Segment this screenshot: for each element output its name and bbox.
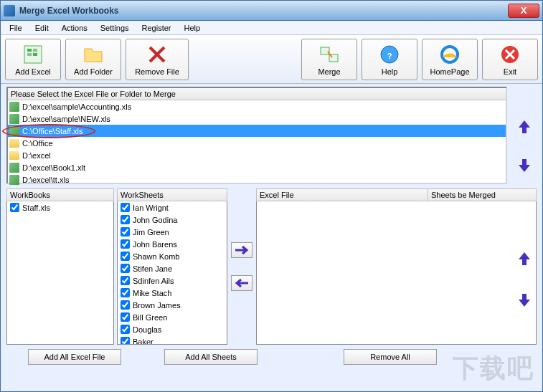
xls-icon: [9, 175, 19, 185]
file-row[interactable]: C:\Office\Staff.xls: [8, 125, 506, 137]
worksheet-label: Douglas: [133, 325, 161, 334]
worksheet-checkbox[interactable]: [121, 215, 130, 224]
worksheet-item[interactable]: Ian Wrignt: [118, 201, 227, 214]
worksheet-label: Jim Green: [133, 228, 169, 236]
workbooks-list[interactable]: Staff.xls: [6, 201, 114, 345]
close-button[interactable]: X: [508, 4, 539, 18]
exit-button[interactable]: Exit: [482, 39, 538, 80]
folder-icon: [82, 43, 105, 66]
add-excel-label: Add Excel: [15, 67, 51, 76]
result-header: Excel File Sheets be Merged: [256, 188, 537, 201]
menu-actions[interactable]: Actions: [56, 22, 93, 34]
add-arrow-button[interactable]: [231, 242, 252, 258]
window-title: Merge Excel Workbooks: [19, 6, 508, 16]
move-up-button[interactable]: [516, 118, 533, 135]
homepage-label: HomePage: [430, 67, 469, 76]
worksheet-checkbox[interactable]: [121, 227, 130, 236]
remove-icon: [146, 43, 169, 66]
file-row[interactable]: D:\excel\sample\Accounting.xls: [8, 100, 506, 113]
worksheet-item[interactable]: Stifen Jane: [118, 262, 227, 274]
menu-edit[interactable]: Edit: [29, 22, 55, 34]
folder-icon: [9, 139, 19, 148]
add-all-sheets-button[interactable]: Add All Sheets: [164, 349, 258, 365]
remove-arrow-button[interactable]: [231, 275, 252, 291]
worksheet-checkbox[interactable]: [121, 312, 130, 322]
menu-help[interactable]: Help: [179, 22, 207, 34]
file-path: C:\Office\Staff.xls: [22, 127, 83, 135]
homepage-button[interactable]: HomePage: [422, 39, 478, 80]
help-icon: ?: [378, 43, 401, 66]
file-row[interactable]: D:\excel\Book1.xlt: [8, 161, 506, 173]
help-button[interactable]: ? Help: [362, 39, 417, 80]
worksheet-item[interactable]: Sdinfen Ails: [118, 274, 227, 287]
svg-rect-4: [33, 53, 37, 56]
workbook-item[interactable]: Staff.xls: [7, 201, 113, 214]
worksheet-checkbox[interactable]: [121, 276, 130, 285]
transfer-arrows: [230, 188, 253, 345]
workbook-label: Staff.xls: [22, 204, 50, 212]
menubar: File Edit Actions Settings Register Help: [1, 21, 542, 35]
worksheets-header: WorkSheets: [117, 188, 227, 201]
worksheet-item[interactable]: Baker: [118, 335, 227, 345]
xls-icon: [9, 102, 19, 112]
file-row[interactable]: D:\excel\sample\NEW.xls: [8, 113, 506, 125]
worksheet-checkbox[interactable]: [121, 264, 130, 273]
worksheet-item[interactable]: John Godina: [118, 214, 227, 226]
worksheet-label: Ian Wrignt: [133, 204, 169, 212]
worksheet-checkbox[interactable]: [121, 300, 130, 310]
result-panel: Excel File Sheets be Merged: [256, 188, 537, 345]
worksheet-label: Baker: [133, 338, 154, 345]
move-down-button[interactable]: [516, 156, 533, 173]
ie-icon: [438, 43, 461, 66]
folder-icon: [9, 151, 19, 160]
menu-settings[interactable]: Settings: [95, 22, 135, 34]
worksheet-checkbox[interactable]: [121, 337, 130, 345]
exit-icon: [499, 43, 521, 66]
remove-file-label: Remove File: [135, 67, 179, 76]
worksheet-item[interactable]: Brown James: [118, 299, 227, 311]
help-label: Help: [382, 67, 398, 76]
worksheet-checkbox[interactable]: [121, 288, 130, 297]
remove-all-button[interactable]: Remove All: [344, 349, 437, 365]
worksheet-checkbox[interactable]: [121, 203, 130, 212]
file-path: D:\excel: [22, 151, 51, 160]
worksheets-list[interactable]: Ian WrigntJohn GodinaJim GreenJohn Baren…: [117, 201, 227, 345]
file-path: D:\excel\sample\NEW.xls: [22, 115, 110, 123]
result-move-up-button[interactable]: [516, 249, 533, 267]
menu-file[interactable]: File: [4, 22, 28, 34]
middle-row: WorkBooks Staff.xls WorkSheets Ian Wrign…: [6, 188, 537, 345]
worksheet-checkbox[interactable]: [121, 252, 130, 261]
worksheets-column: WorkSheets Ian WrigntJohn GodinaJim Gree…: [117, 188, 227, 345]
worksheet-checkbox[interactable]: [121, 239, 130, 249]
file-row[interactable]: C:\Office: [8, 137, 506, 149]
menu-register[interactable]: Register: [136, 22, 177, 34]
workbooks-header: WorkBooks: [6, 188, 114, 201]
svg-rect-2: [33, 49, 37, 52]
worksheet-item[interactable]: Douglas: [118, 323, 227, 335]
add-all-excel-button[interactable]: Add All Excel File: [28, 349, 121, 365]
titlebar: Merge Excel Workbooks X: [1, 1, 542, 21]
worksheet-item[interactable]: Bill Green: [118, 311, 227, 323]
merge-button[interactable]: Merge: [301, 39, 357, 80]
remove-file-button[interactable]: Remove File: [126, 39, 189, 80]
xls-icon: [9, 114, 19, 124]
worksheet-item[interactable]: Jim Green: [118, 226, 227, 238]
svg-text:?: ?: [387, 52, 392, 60]
worksheet-item[interactable]: Shawn Komb: [118, 250, 227, 262]
add-folder-label: Add Folder: [74, 67, 113, 76]
file-row[interactable]: D:\excel: [8, 149, 506, 161]
file-list-panel: Please Select the Excel File or Folder t…: [6, 87, 507, 184]
result-move-down-button[interactable]: [516, 291, 533, 308]
file-reorder-arrows: [516, 118, 533, 173]
worksheet-item[interactable]: Mike Stach: [118, 287, 227, 299]
workbook-checkbox[interactable]: [10, 203, 19, 212]
result-body[interactable]: [256, 201, 537, 345]
result-col-excelfile: Excel File: [257, 189, 428, 201]
add-excel-button[interactable]: Add Excel: [5, 39, 61, 80]
worksheet-item[interactable]: John Barens: [118, 238, 227, 250]
worksheet-label: Mike Stach: [133, 289, 171, 297]
add-folder-button[interactable]: Add Folder: [65, 39, 121, 80]
xls-icon: [9, 163, 19, 173]
worksheet-checkbox[interactable]: [121, 325, 130, 334]
file-row[interactable]: D:\excel\tt.xls: [8, 173, 506, 186]
